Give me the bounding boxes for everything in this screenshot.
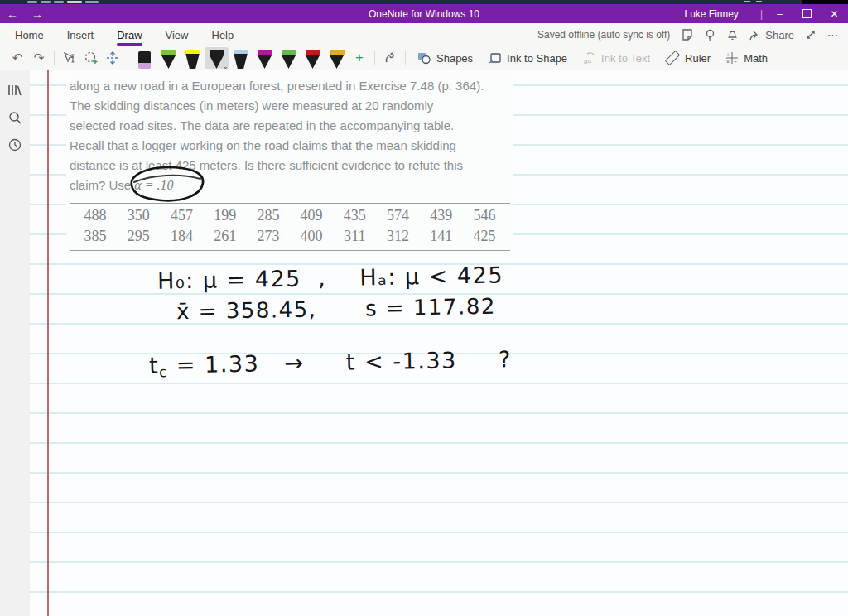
- tab-insert[interactable]: Insert: [59, 25, 103, 46]
- highlighter-blue[interactable]: [229, 47, 253, 69]
- back-icon[interactable]: ←: [0, 7, 25, 21]
- ribbon-tabs: Home Insert Draw View Help Saved offline…: [0, 23, 848, 46]
- page-canvas[interactable]: along a new road in a European forest, p…: [30, 70, 848, 616]
- insert-space-tool[interactable]: [102, 48, 123, 68]
- tab-help[interactable]: Help: [204, 25, 243, 46]
- titlebar: ← → OneNote for Windows 10 Luke Finney |…: [0, 4, 848, 23]
- recent-notes-icon[interactable]: [0, 131, 30, 158]
- bg-tab: [85, 1, 99, 3]
- ink-to-shape-label: Ink to Shape: [507, 52, 567, 65]
- toolbar-divider: [405, 51, 406, 65]
- paragraph-text: claim? Use: [70, 178, 134, 192]
- eraser-tool[interactable]: [132, 47, 157, 69]
- titlebar-separator: |: [760, 8, 763, 20]
- account-name[interactable]: Luke Finney: [685, 8, 739, 20]
- paragraph-line: claim? Use α = .10: [70, 176, 512, 195]
- problem-paragraph: along a new road in a European forest, p…: [66, 73, 513, 195]
- feed-icon[interactable]: [682, 29, 693, 41]
- pen-gold[interactable]: [325, 47, 349, 69]
- ink-to-shape-button[interactable]: Ink to Shape: [488, 52, 567, 65]
- alpha-value: α = .10: [134, 178, 173, 192]
- ink-to-text-button: a̲a Ink to Text: [582, 52, 650, 65]
- ruler-label: Ruler: [685, 52, 711, 65]
- highlighter-yellow[interactable]: [181, 47, 205, 69]
- tab-home[interactable]: Home: [7, 25, 52, 46]
- table-row: 385295184261273400311312141425: [70, 226, 510, 247]
- ink-t: t: [149, 353, 160, 378]
- bg-tab: [67, 1, 82, 3]
- paragraph-line: distance is at least 425 meters. Is ther…: [70, 156, 512, 176]
- pen-black-selected[interactable]: ⌄: [205, 47, 229, 69]
- bg-dash: [756, 1, 762, 2]
- draw-toolbar: ↶ ↷ ⌄ + Shapes: [0, 46, 848, 70]
- maximize-icon: [802, 9, 812, 18]
- svg-text:+: +: [726, 52, 730, 58]
- lightbulb-icon[interactable]: [705, 29, 716, 41]
- toolbar-divider: [374, 51, 375, 65]
- paragraph-line: The skidding distances (in meters) were …: [70, 96, 512, 116]
- paragraph-line: Recall that a logger working on the road…: [70, 136, 512, 156]
- scribble-tool-icon[interactable]: [379, 48, 401, 68]
- pen-magenta[interactable]: [253, 47, 277, 69]
- maximize-button[interactable]: [793, 4, 821, 23]
- bg-tab: [54, 1, 64, 3]
- bell-icon[interactable]: [727, 29, 738, 41]
- svg-text:a̲a: a̲a: [583, 57, 591, 65]
- toolbar-divider: [54, 51, 55, 65]
- math-icon: +−×÷: [725, 51, 739, 65]
- math-button[interactable]: +−×÷ Math: [725, 51, 768, 65]
- fullscreen-icon[interactable]: [806, 30, 816, 40]
- svg-text:×: ×: [726, 59, 730, 65]
- share-label: Share: [765, 29, 794, 41]
- navigation-sidebar: [0, 70, 31, 616]
- sync-status: Saved offline (auto sync is off): [537, 29, 670, 41]
- paragraph-line: selected road sites. The data are repeat…: [70, 116, 512, 136]
- lasso-select-tool[interactable]: [80, 48, 102, 68]
- notebooks-icon[interactable]: [0, 76, 30, 103]
- ruler-icon: [665, 51, 680, 65]
- add-pen-button[interactable]: +: [349, 48, 370, 68]
- share-button[interactable]: Share: [749, 29, 794, 41]
- note-text-block[interactable]: along a new road in a European forest, p…: [66, 73, 513, 257]
- select-type-tool[interactable]: [59, 48, 80, 68]
- undo-button[interactable]: ↶: [7, 48, 28, 68]
- more-options-icon[interactable]: ⋯: [827, 29, 838, 41]
- data-table: 488350457199285409435574439546 385295184…: [70, 203, 510, 251]
- svg-text:−: −: [734, 52, 737, 58]
- pen-red[interactable]: [301, 47, 325, 69]
- bg-tab: [41, 1, 51, 3]
- redo-button[interactable]: ↷: [28, 48, 50, 68]
- toolbar-divider: [128, 51, 128, 65]
- ink-to-text-icon: a̲a: [582, 52, 596, 65]
- math-label: Math: [744, 52, 768, 65]
- bg-dash: [744, 1, 750, 2]
- table-row: 488350457199285409435574439546: [70, 205, 510, 226]
- close-button[interactable]: ✕: [821, 4, 848, 23]
- forward-icon[interactable]: →: [25, 7, 50, 21]
- svg-text:÷: ÷: [734, 59, 737, 65]
- shapes-icon: [417, 52, 431, 65]
- shapes-button[interactable]: Shapes: [417, 52, 473, 65]
- pen-green-cap[interactable]: [157, 47, 181, 69]
- minimize-button[interactable]: –: [766, 4, 793, 23]
- ink-to-shape-icon: [488, 52, 502, 65]
- search-icon[interactable]: [0, 103, 30, 131]
- share-icon: [749, 30, 761, 41]
- shapes-label: Shapes: [436, 52, 473, 65]
- pen-green[interactable]: [277, 47, 301, 69]
- ink-to-text-label: Ink to Text: [601, 52, 650, 65]
- tab-draw[interactable]: Draw: [108, 25, 150, 46]
- margin-line: [47, 70, 49, 616]
- paragraph-line: along a new road in a European forest, p…: [70, 76, 512, 96]
- ink-t-rest: = 1.33 → t < -1.33 ?: [168, 346, 513, 378]
- tab-view[interactable]: View: [157, 25, 197, 46]
- bg-tab: [27, 1, 37, 3]
- ruler-button[interactable]: Ruler: [665, 52, 711, 65]
- ink-t-subscript: c: [159, 363, 168, 380]
